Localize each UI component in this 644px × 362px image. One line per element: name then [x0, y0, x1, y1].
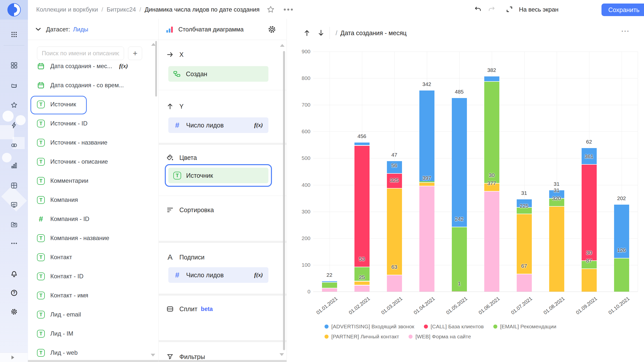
- formula-fx-icon: f(x): [254, 272, 263, 278]
- bar-segment[interactable]: [322, 282, 337, 288]
- config-scrollbar-thumb[interactable]: [283, 51, 285, 350]
- dataset-field-14[interactable]: TЛид - email: [35, 308, 153, 321]
- section-sort[interactable]: Сортировка: [159, 205, 287, 215]
- dataset-field-10[interactable]: TКомпания - название: [35, 232, 153, 244]
- sidebar-item-more[interactable]: [0, 236, 28, 250]
- bar-segment[interactable]: [387, 188, 402, 275]
- sidebar-item-notifications[interactable]: [0, 267, 28, 281]
- bar-segment[interactable]: [549, 206, 564, 292]
- pill-colors-field[interactable]: TИсточник: [168, 168, 268, 183]
- bar-segment[interactable]: [419, 186, 434, 292]
- legend-item[interactable]: [PARTNER] Личный контакт: [325, 334, 399, 340]
- legend-item[interactable]: [EMAIL] Рекомендации: [493, 324, 556, 330]
- dataset-field-5[interactable]: TИсточник - название: [35, 137, 153, 149]
- breadcrumb-collections[interactable]: Коллекции и воркбуки: [36, 6, 98, 13]
- measure-hash-icon: #: [173, 271, 181, 279]
- dataset-field-1[interactable]: Дата создания - мес...f(x): [35, 60, 153, 72]
- dataset-field-11[interactable]: TКонтакт: [35, 251, 153, 263]
- sidebar-item-favorites[interactable]: [0, 98, 28, 112]
- breadcrumb-separator: /: [139, 6, 141, 13]
- bar-segment[interactable]: [484, 191, 499, 292]
- pill-y-field[interactable]: #Число лидовf(x): [168, 117, 268, 133]
- fullscreen-label[interactable]: На весь экран: [519, 6, 558, 13]
- sidebar-item-collections[interactable]: [0, 78, 28, 93]
- dataset-field-12[interactable]: TКонтакт - ID: [35, 270, 153, 282]
- scroll-down-arrow[interactable]: [151, 354, 155, 356]
- calendar-icon: [37, 62, 45, 70]
- section-y[interactable]: Y: [159, 101, 287, 111]
- x-axis-label: 01.09.2021: [565, 296, 598, 323]
- bar-segment[interactable]: [517, 274, 532, 292]
- fields-scrollbar-thumb[interactable]: [155, 41, 157, 97]
- sidebar-item-connections[interactable]: [0, 138, 28, 152]
- x-axis-label: 01.10.2021: [597, 296, 630, 323]
- section-split[interactable]: Сплитbeta: [159, 304, 287, 314]
- fullscreen-button[interactable]: [505, 5, 514, 14]
- dataset-field-13[interactable]: TКонтакт - имя: [35, 289, 153, 301]
- bar-segment[interactable]: [614, 258, 629, 292]
- bar-segment[interactable]: [419, 90, 434, 181]
- bar-segment[interactable]: [322, 288, 337, 292]
- color-field-selected-outline: TИсточник: [165, 164, 272, 187]
- sidebar-item-apps-grid[interactable]: [0, 27, 28, 41]
- redo-button[interactable]: [487, 5, 496, 14]
- bar-segment[interactable]: [452, 98, 467, 227]
- sidebar-expand-bar[interactable]: [0, 352, 28, 362]
- legend-item[interactable]: [ADVERTISING] Входящий звонок: [325, 324, 414, 330]
- bar-segment[interactable]: [354, 285, 370, 292]
- dataset-field-3[interactable]: TИсточник: [35, 98, 153, 110]
- breadcrumb-workbook[interactable]: Битрикс24: [107, 6, 136, 13]
- y-axis-tick: 600: [290, 128, 310, 134]
- dataset-field-9[interactable]: #Компания - ID: [35, 213, 153, 225]
- section-colors[interactable]: Цвета: [159, 153, 287, 163]
- sidebar-item-services[interactable]: [0, 58, 28, 72]
- dataset-field-6[interactable]: TИсточник - описание: [35, 156, 153, 168]
- bar-segment[interactable]: [322, 281, 337, 282]
- scroll-up-arrow[interactable]: [280, 44, 285, 47]
- sidebar-item-monitoring[interactable]: [0, 198, 28, 212]
- sidebar-item-help[interactable]: ?: [0, 286, 28, 300]
- bar-segment[interactable]: [484, 81, 499, 183]
- section-labels[interactable]: AПодписи: [159, 252, 287, 262]
- dataset-field-7[interactable]: TКомментарии: [35, 175, 153, 187]
- bar-segment[interactable]: [387, 275, 402, 292]
- dataset-field-8[interactable]: TКомпания: [35, 194, 153, 206]
- storage-icon: [10, 221, 18, 228]
- undo-button[interactable]: [473, 5, 482, 14]
- bar-segment[interactable]: [354, 145, 370, 267]
- sidebar-item-lightning[interactable]: [0, 118, 28, 132]
- sidebar-item-settings[interactable]: [0, 305, 28, 319]
- scroll-down-arrow[interactable]: [279, 353, 284, 356]
- legend-color-dot: [424, 325, 428, 329]
- sidebar-item-charts[interactable]: [0, 158, 28, 172]
- sidebar-item-storage[interactable]: [0, 217, 28, 232]
- bar-segment[interactable]: [452, 291, 467, 292]
- legend-color-dot: [325, 335, 329, 339]
- bar-segment[interactable]: [354, 142, 370, 145]
- save-button[interactable]: Сохранить: [601, 4, 644, 16]
- bar-segment[interactable]: [419, 182, 434, 186]
- pill-x-field[interactable]: Создан: [168, 66, 268, 82]
- section-divider: [159, 90, 287, 90]
- dataset-field-16[interactable]: TЛид - web: [35, 347, 153, 359]
- bar-segment[interactable]: [354, 281, 370, 285]
- dataset-field-2[interactable]: Дата создания - со врем...: [35, 79, 153, 91]
- dataset-field-15[interactable]: TЛид - IM: [35, 328, 153, 340]
- bar-segment[interactable]: [419, 181, 434, 182]
- horizontal-scrollbar[interactable]: [159, 360, 287, 362]
- bar-segment[interactable]: [582, 268, 597, 292]
- gridline-h: [313, 292, 638, 292]
- sidebar-item-dashboards[interactable]: [0, 178, 28, 193]
- dataset-field-4[interactable]: TИсточник - ID: [35, 117, 153, 129]
- bar-segment[interactable]: [484, 76, 499, 81]
- section-x[interactable]: X: [159, 50, 287, 60]
- field-label: Контакт - ID: [50, 273, 84, 280]
- bar-value-label: 30: [570, 250, 608, 256]
- pill-labels-field[interactable]: #Число лидовf(x): [168, 267, 268, 283]
- legend-item[interactable]: [WEB] Форма на сайте: [409, 334, 471, 340]
- favorite-star-button[interactable]: [266, 5, 275, 14]
- bar-segment[interactable]: [582, 164, 597, 260]
- horizontal-scrollbar[interactable]: [28, 360, 158, 362]
- legend-item[interactable]: [CALL] База клиентов: [424, 324, 484, 330]
- more-actions-button[interactable]: [281, 5, 296, 14]
